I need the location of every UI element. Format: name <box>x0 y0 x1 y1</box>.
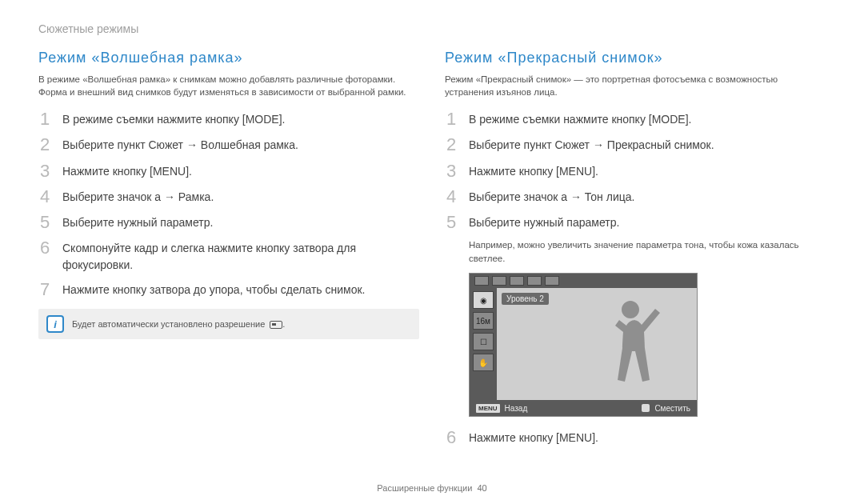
lcd-top-bar <box>470 274 697 288</box>
camera-lcd-preview: ◉ 16м ☐ ✋ Уровень 2 MENU <box>469 273 698 417</box>
info-icon: i <box>46 315 64 333</box>
step-text: Нажмите кнопку [MENU]. <box>469 162 598 180</box>
lcd-sidebar: ◉ 16м ☐ ✋ <box>470 288 497 400</box>
step-text: Скомпонуйте кадр и слегка нажмите кнопку… <box>62 238 419 274</box>
lcd-back-control[interactable]: MENU Назад <box>476 404 527 413</box>
lcd-top-chip <box>492 276 506 286</box>
step-number: 4 <box>445 187 458 206</box>
section-title-left: Режим «Волшебная рамка» <box>38 50 419 66</box>
step-text: Выберите значок a → Рамка. <box>62 187 214 206</box>
step-text: Выберите значок a → Тон лица. <box>469 187 634 206</box>
step-number: 3 <box>38 162 51 181</box>
step-number: 1 <box>445 110 458 129</box>
step-text: Выберите нужный параметр. <box>62 213 213 231</box>
step-number: 2 <box>445 135 458 154</box>
step-text: Выберите пункт Сюжет → Прекрасный снимок… <box>469 135 714 154</box>
note-box: i Будет автоматически установлено разреш… <box>38 309 419 339</box>
steps-right-after: 6Нажмите кнопку [MENU]. <box>445 428 826 447</box>
step-text: Выберите нужный параметр. <box>469 213 619 231</box>
footer-section-label: Расширенные функции <box>377 483 472 493</box>
step-number: 1 <box>38 110 51 129</box>
lcd-top-chip <box>510 276 524 286</box>
step-number: 6 <box>445 428 458 447</box>
step-number: 5 <box>38 213 51 232</box>
lcd-side-button[interactable]: 16м <box>473 312 494 330</box>
sub-step-text: Например, можно увеличить значение парам… <box>469 238 826 265</box>
step-number: 5 <box>445 213 458 232</box>
person-silhouette-icon <box>594 294 666 400</box>
step-text: В режиме съемки нажмите кнопку [MODE]. <box>469 110 691 128</box>
lcd-back-label: Назад <box>505 404 528 413</box>
note-text: Будет автоматически установлено разрешен… <box>72 319 285 329</box>
lcd-top-chip <box>545 276 559 286</box>
lcd-move-control[interactable]: Сместить <box>642 404 690 413</box>
lcd-level-chip: Уровень 2 <box>502 293 549 305</box>
lcd-side-button[interactable]: ✋ <box>473 354 494 371</box>
step-text: В режиме съемки нажмите кнопку [MODE]. <box>62 110 285 128</box>
resolution-icon <box>270 321 282 329</box>
lcd-side-button[interactable]: ◉ <box>473 291 494 309</box>
menu-tag-icon: MENU <box>476 404 500 413</box>
step-number: 7 <box>38 280 51 299</box>
intro-left: В режиме «Волшебная рамка» к снимкам мож… <box>38 73 419 98</box>
step-text: Выберите пункт Сюжет → Волшебная рамка. <box>62 135 298 154</box>
footer-page-number: 40 <box>477 483 486 493</box>
step-text: Нажмите кнопку [MENU]. <box>469 428 598 446</box>
right-column: Режим «Прекрасный снимок» Режим «Прекрас… <box>445 50 826 454</box>
left-column: Режим «Волшебная рамка» В режиме «Волшеб… <box>38 50 419 454</box>
steps-left: 1В режиме съемки нажмите кнопку [MODE]. … <box>38 110 419 299</box>
lcd-canvas: Уровень 2 <box>497 288 697 400</box>
lcd-bottom-bar: MENU Назад Сместить <box>470 400 697 416</box>
lcd-top-chip <box>527 276 542 286</box>
steps-right: 1В режиме съемки нажмите кнопку [MODE]. … <box>445 110 826 232</box>
page-footer: Расширенные функции 40 <box>0 483 864 493</box>
step-number: 6 <box>38 238 51 258</box>
breadcrumb: Сюжетные режимы <box>38 22 826 35</box>
step-number: 4 <box>38 187 51 206</box>
lcd-move-label: Сместить <box>654 404 690 413</box>
intro-right: Режим «Прекрасный снимок» — это портретн… <box>445 73 826 98</box>
step-number: 3 <box>445 162 458 181</box>
lcd-side-button[interactable]: ☐ <box>473 333 494 350</box>
section-title-right: Режим «Прекрасный снимок» <box>445 50 826 66</box>
nav-dot-icon <box>642 404 650 412</box>
step-number: 2 <box>38 135 51 154</box>
step-text: Нажмите кнопку затвора до упора, чтобы с… <box>62 280 365 298</box>
lcd-top-chip <box>474 276 489 286</box>
step-text: Нажмите кнопку [MENU]. <box>62 162 192 180</box>
